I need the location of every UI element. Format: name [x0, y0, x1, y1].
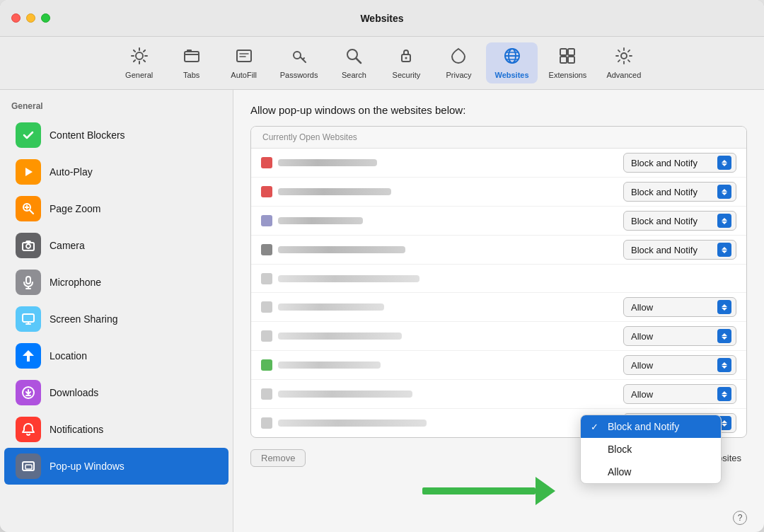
site-favicon [261, 157, 272, 168]
toolbar-item-search[interactable]: Search [329, 42, 378, 83]
svg-rect-32 [23, 314, 34, 322]
select-allow-6[interactable]: Allow [623, 297, 736, 317]
select-value-6: Allow [631, 302, 653, 313]
toolbar-item-advanced[interactable]: Advanced [598, 42, 649, 83]
toolbar-label-tabs: Tabs [183, 71, 199, 79]
dropdown-label-block-notify: Block and Notify [608, 421, 679, 432]
dropdown-label-block: Block [608, 444, 632, 455]
arrow-container [422, 477, 555, 505]
minimize-button[interactable] [26, 13, 35, 23]
sidebar-item-label-location: Location [50, 350, 87, 362]
dropdown-item-allow[interactable]: Allow [581, 461, 721, 483]
sidebar-item-content-blockers[interactable]: Content Blockers [4, 117, 228, 154]
toolbar-item-autofill[interactable]: AutoFill [219, 42, 269, 83]
site-favicon [261, 388, 272, 400]
site-url [278, 217, 363, 224]
select-allow-7[interactable]: Allow [623, 326, 736, 346]
site-url [278, 362, 381, 369]
select-allow-8[interactable]: Allow [623, 355, 736, 375]
site-info [261, 215, 623, 226]
table-header: Currently Open Websites [251, 127, 746, 149]
toolbar-label-general: General [125, 71, 153, 79]
site-url [278, 391, 412, 398]
select-value-9: Allow [631, 389, 653, 400]
passwords-icon [290, 47, 308, 68]
svg-line-10 [357, 59, 361, 64]
table-row: Block and Notify [251, 178, 746, 207]
svg-rect-3 [237, 50, 251, 62]
select-value-8: Allow [631, 360, 653, 371]
remove-button[interactable]: Remove [250, 449, 306, 467]
sidebar-item-popup-windows[interactable]: Pop-up Windows [4, 448, 228, 485]
green-arrow [422, 477, 555, 505]
table-row: Allow [251, 322, 746, 351]
dropdown-item-block[interactable]: Block [581, 438, 721, 461]
site-favicon [261, 244, 272, 255]
sidebar-item-downloads[interactable]: Downloads [4, 374, 228, 411]
toolbar-label-security: Security [393, 71, 421, 79]
page-zoom-icon [16, 196, 41, 221]
notifications-icon [16, 417, 41, 442]
sidebar-item-auto-play[interactable]: Auto-Play [4, 154, 228, 190]
sidebar-item-label-auto-play: Auto-Play [50, 166, 93, 178]
privacy-icon [449, 47, 468, 68]
content-panel: Allow pop-up windows on the websites bel… [233, 90, 764, 532]
site-favicon [261, 417, 272, 429]
svg-rect-19 [568, 49, 574, 55]
site-favicon [261, 186, 272, 197]
site-info [261, 244, 623, 255]
sidebar-item-screen-sharing[interactable]: Screen Sharing [4, 301, 228, 337]
site-info [261, 186, 623, 197]
site-info [261, 301, 623, 313]
site-favicon [261, 330, 272, 342]
svg-rect-18 [560, 49, 567, 55]
select-block-notify-1[interactable]: Block and Notify [623, 153, 736, 173]
site-favicon [261, 359, 272, 371]
sidebar-item-location[interactable]: Location [4, 337, 228, 374]
close-button[interactable] [11, 13, 21, 23]
toolbar-item-passwords[interactable]: Passwords [272, 42, 327, 83]
select-value-3: Block and Notify [631, 216, 698, 226]
tabs-icon [183, 47, 201, 68]
sidebar-item-notifications[interactable]: Notifications [4, 411, 228, 448]
svg-rect-21 [568, 57, 574, 63]
select-block-notify-4[interactable]: Block and Notify [623, 240, 736, 260]
site-info [261, 330, 623, 342]
toolbar-item-general[interactable]: General [115, 42, 164, 83]
maximize-button[interactable] [41, 13, 50, 23]
select-value-4: Block and Notify [631, 245, 698, 255]
checkmark-icon: ✓ [591, 422, 602, 432]
select-arrows-7 [717, 329, 731, 343]
svg-rect-20 [560, 57, 567, 63]
dropdown-popup: ✓ Block and Notify Block Allow [580, 415, 722, 484]
select-arrows-4 [717, 243, 731, 257]
help-button[interactable]: ? [733, 511, 747, 525]
toolbar-label-privacy: Privacy [446, 71, 471, 79]
advanced-icon [615, 47, 633, 68]
toolbar-item-privacy[interactable]: Privacy [434, 42, 483, 83]
autofill-icon [235, 47, 253, 68]
site-url [278, 159, 377, 166]
select-block-notify-2[interactable]: Block and Notify [623, 182, 736, 202]
toolbar-item-tabs[interactable]: Tabs [167, 42, 216, 83]
site-favicon [261, 215, 272, 226]
toolbar-item-extensions[interactable]: Extensions [540, 42, 596, 83]
arrow-head [536, 477, 555, 505]
select-block-notify-3[interactable]: Block and Notify [623, 211, 736, 231]
sidebar-item-microphone[interactable]: Microphone [4, 264, 228, 301]
arrow-shaft [422, 487, 536, 495]
dropdown-item-block-notify[interactable]: ✓ Block and Notify [581, 415, 721, 438]
select-arrows-6 [717, 300, 731, 314]
toolbar-label-passwords: Passwords [280, 71, 318, 79]
toolbar-item-websites[interactable]: Websites [486, 42, 537, 83]
screen-sharing-icon [16, 306, 41, 332]
titlebar: Websites [0, 0, 764, 37]
sidebar-item-page-zoom[interactable]: Page Zoom [4, 190, 228, 227]
sidebar-item-camera[interactable]: Camera [4, 227, 228, 264]
select-arrows-3 [717, 214, 731, 228]
select-allow-9[interactable]: Allow [623, 384, 736, 404]
toolbar-label-advanced: Advanced [606, 71, 641, 79]
svg-rect-1 [185, 52, 199, 62]
toolbar-item-security[interactable]: Security [381, 42, 431, 83]
site-info [261, 388, 623, 400]
